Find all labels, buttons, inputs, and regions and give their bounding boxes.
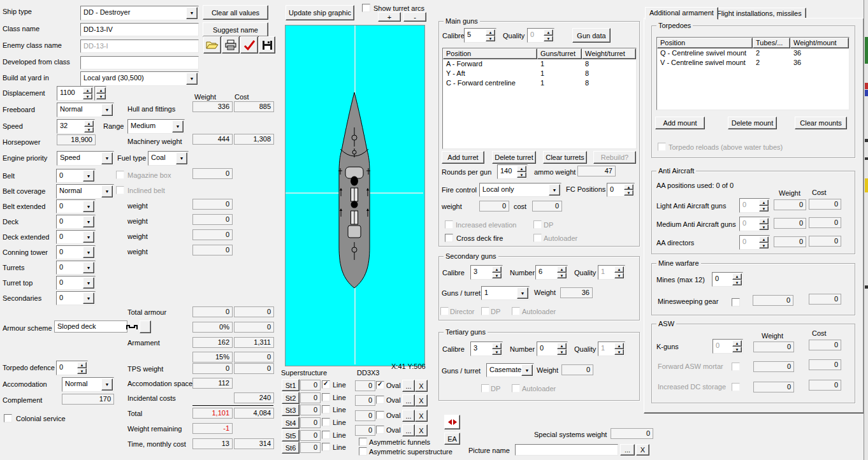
chevron-down-icon[interactable]: ▼ xyxy=(186,7,198,19)
chevron-down-icon[interactable]: ▼ xyxy=(83,170,94,182)
sg-calibre-spinner[interactable]: 3▲▼ xyxy=(470,265,503,280)
suggest-name-button[interactable]: Suggest name xyxy=(203,22,268,37)
sg-guns-per-turret-dropdown[interactable]: 1▼ xyxy=(481,286,530,300)
zoom-in-button[interactable]: + xyxy=(378,12,401,22)
spinner-arrows-icon[interactable]: ▲▼ xyxy=(759,199,769,212)
ship-type-dropdown[interactable]: DD - Destroyer▼ xyxy=(80,6,199,20)
st6-button[interactable]: St6 xyxy=(282,442,300,454)
chevron-down-icon[interactable]: ▼ xyxy=(101,104,113,116)
torpedo-mounts-table[interactable]: PositionTubes/...Weight/mount Q - Centre… xyxy=(656,37,850,110)
spinner-arrows-icon[interactable]: ▲▼ xyxy=(544,29,553,41)
asymmetric-funnels-checkbox[interactable] xyxy=(359,438,367,446)
oval4-checkbox[interactable] xyxy=(376,426,384,434)
picture-browse-button[interactable]: ... xyxy=(620,444,635,456)
belt-coverage-dropdown[interactable]: Normal▼ xyxy=(56,184,114,199)
spinner-arrows-icon[interactable]: ▲▼ xyxy=(492,343,502,355)
oval1-more-button[interactable]: ... xyxy=(402,380,415,392)
chevron-down-icon[interactable]: ▼ xyxy=(83,247,94,258)
accomodation-dropdown[interactable]: Normal▼ xyxy=(62,377,114,392)
ea-button[interactable]: EA xyxy=(444,433,460,445)
spinner-arrows-icon[interactable]: ▲▼ xyxy=(492,266,502,278)
deck-dropdown[interactable]: 0▼ xyxy=(56,215,96,229)
sg-quality-spinner[interactable]: 1▲▼ xyxy=(598,265,625,280)
st2-line-checkbox[interactable] xyxy=(322,393,330,401)
tg-number-spinner[interactable]: 0▲▼ xyxy=(537,341,568,356)
oval3-delete-button[interactable]: X xyxy=(415,410,428,422)
turrets-dropdown[interactable]: 0▼ xyxy=(56,261,96,275)
clear-mounts-button[interactable]: Clear mounts xyxy=(795,117,847,129)
chevron-down-icon[interactable]: ▼ xyxy=(521,364,533,376)
cross-deck-fire-checkbox[interactable] xyxy=(445,234,453,242)
gun-data-button[interactable]: Gun data xyxy=(572,28,611,43)
st5-line-checkbox[interactable] xyxy=(322,431,330,439)
add-turret-button[interactable]: Add turret xyxy=(442,151,484,164)
freeboard-dropdown[interactable]: Normal▼ xyxy=(57,103,114,117)
oval3-checkbox[interactable] xyxy=(376,411,384,419)
st4-button[interactable]: St4 xyxy=(282,417,300,429)
chevron-down-icon[interactable]: ▼ xyxy=(101,185,113,198)
fire-control-dropdown[interactable]: Local only▼ xyxy=(479,183,561,197)
open-file-button[interactable] xyxy=(203,36,221,54)
st6-line-checkbox[interactable] xyxy=(322,443,330,451)
clear-all-values-button[interactable]: Clear all values xyxy=(203,5,268,20)
st1-button[interactable]: St1 xyxy=(282,379,300,391)
update-ship-graphic-button[interactable]: Update ship graphic xyxy=(286,5,354,20)
spinner-arrows-icon[interactable]: ▲▼ xyxy=(614,266,624,278)
table-row[interactable]: Y - Aft18 xyxy=(443,69,636,78)
table-row[interactable]: Q - Centreline swivel mount236 xyxy=(657,48,849,58)
chevron-down-icon[interactable]: ▼ xyxy=(101,378,113,391)
add-mount-button[interactable]: Add mount xyxy=(655,117,705,129)
deck-extended-dropdown[interactable]: 0▼ xyxy=(56,230,96,244)
show-turret-arcs-checkbox[interactable] xyxy=(362,4,370,12)
class-name-input[interactable]: DD-13-IV xyxy=(80,23,199,36)
oval4-more-button[interactable]: ... xyxy=(402,424,415,436)
displacement-fine-spinner[interactable]: ▲▼ xyxy=(94,86,106,101)
clear-turrets-button[interactable]: Clear turrets xyxy=(543,151,587,164)
chevron-down-icon[interactable]: ▼ xyxy=(517,287,528,299)
chevron-down-icon[interactable]: ▼ xyxy=(186,73,198,85)
st1-line-checkbox[interactable] xyxy=(322,380,330,389)
tg-guns-per-turret-dropdown[interactable]: Casemate:▼ xyxy=(486,363,534,377)
spinner-arrows-icon[interactable]: ▲▼ xyxy=(486,29,495,41)
spinner-arrows-icon[interactable]: ▲▼ xyxy=(557,343,567,355)
spinner-arrows-icon[interactable]: ▲▼ xyxy=(732,340,742,352)
belt-extended-dropdown[interactable]: 0▼ xyxy=(56,199,96,213)
table-row[interactable]: A - Forward18 xyxy=(443,59,636,69)
picture-name-input[interactable] xyxy=(515,444,618,456)
spinner-arrows-icon[interactable]: ▲▼ xyxy=(96,87,106,99)
st5-button[interactable]: St5 xyxy=(282,429,300,442)
tg-quality-spinner[interactable]: 1▲▼ xyxy=(598,341,625,356)
spinner-arrows-icon[interactable]: ▲▼ xyxy=(759,236,769,248)
build-yard-dropdown[interactable]: Local yard (30,500)▼ xyxy=(80,71,199,86)
swap-sides-button[interactable] xyxy=(444,415,460,429)
kguns-spinner[interactable]: 0▲▼ xyxy=(712,339,743,354)
main-guns-table[interactable]: PositionGuns/turretWeight/turret A - For… xyxy=(442,48,637,149)
sg-number-spinner[interactable]: 6▲▼ xyxy=(535,265,568,280)
light-aa-spinner[interactable]: 0▲▼ xyxy=(739,198,770,213)
chevron-down-icon[interactable]: ▼ xyxy=(83,277,94,289)
aa-directors-spinner[interactable]: 0▲▼ xyxy=(739,235,770,250)
torpedo-defence-spinner[interactable]: 0▲▼ xyxy=(56,361,88,375)
table-row[interactable]: V - Centreline swivel mount236 xyxy=(657,58,849,68)
oval2-checkbox[interactable] xyxy=(376,396,384,404)
oval4-delete-button[interactable]: X xyxy=(415,424,428,436)
chevron-down-icon[interactable]: ▼ xyxy=(549,184,560,196)
asymmetric-superstructure-checkbox[interactable] xyxy=(359,447,367,456)
oval1-delete-button[interactable]: X xyxy=(415,380,428,392)
mg-calibre-spinner[interactable]: 5▲▼ xyxy=(464,28,496,43)
spinner-arrows-icon[interactable]: ▲▼ xyxy=(77,362,87,374)
st2-button[interactable]: St2 xyxy=(282,392,300,404)
range-dropdown[interactable]: Medium▼ xyxy=(127,119,185,134)
developed-from-input[interactable] xyxy=(80,56,199,69)
picture-clear-button[interactable]: X xyxy=(636,444,649,456)
oval2-more-button[interactable]: ... xyxy=(402,394,415,406)
minesweeping-gear-checkbox[interactable] xyxy=(732,298,740,306)
table-row[interactable]: C - Forward centreline18 xyxy=(443,78,636,88)
chevron-down-icon[interactable]: ▼ xyxy=(83,231,94,243)
spinner-arrows-icon[interactable]: ▲▼ xyxy=(557,266,567,278)
oval2-delete-button[interactable]: X xyxy=(415,394,428,406)
spinner-arrows-icon[interactable]: ▲▼ xyxy=(614,343,624,355)
secondaries-dropdown[interactable]: 0▼ xyxy=(56,291,96,305)
st3-button[interactable]: St3 xyxy=(282,404,300,416)
colonial-service-checkbox[interactable] xyxy=(4,414,12,422)
